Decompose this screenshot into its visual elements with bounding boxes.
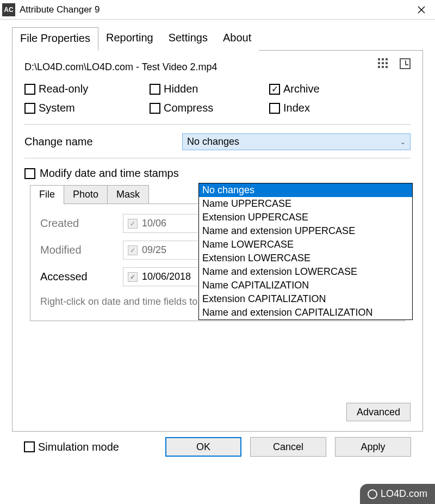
grid-view-icon[interactable]: [378, 58, 390, 70]
checkbox-system[interactable]: System: [24, 102, 139, 114]
change-name-option[interactable]: No changes: [199, 183, 412, 197]
label-simulation-mode: Simulation mode: [38, 441, 119, 453]
check-icon: [150, 84, 160, 95]
subtab-file[interactable]: File: [30, 185, 64, 204]
change-name-option[interactable]: Name and extension LOWERCASE: [199, 265, 412, 279]
label-created: Created: [40, 217, 116, 230]
divider: [24, 158, 411, 158]
close-button[interactable]: [408, 0, 435, 20]
apply-button[interactable]: Apply: [335, 437, 411, 457]
change-name-option[interactable]: Name UPPERCASE: [199, 197, 412, 211]
check-icon: ✓: [128, 272, 138, 282]
check-icon: ✓: [128, 219, 138, 229]
subtab-photo[interactable]: Photo: [64, 185, 108, 204]
watermark: LO4D.com: [360, 484, 435, 504]
divider: [24, 124, 411, 125]
checkbox-compress[interactable]: Compress: [150, 102, 258, 114]
label-index: Index: [283, 102, 310, 114]
label-accessed: Accessed: [40, 271, 116, 283]
checkbox-modify-stamps[interactable]: [24, 168, 35, 179]
accessed-date-value: 10/06/2018: [142, 271, 191, 282]
tab-settings[interactable]: Settings: [161, 27, 215, 51]
tab-reporting[interactable]: Reporting: [98, 27, 161, 51]
file-path: D:\LO4D.com\LO4D.com - Test Video 2.mp4: [24, 62, 411, 73]
app-icon: AC: [2, 3, 15, 16]
advanced-button[interactable]: Advanced: [346, 403, 411, 421]
checkbox-hidden[interactable]: Hidden: [150, 83, 258, 95]
label-archive: Archive: [283, 83, 320, 95]
main-tabs: File Properties Reporting Settings About: [12, 27, 423, 51]
change-name-option[interactable]: Name and extension CAPITALIZATION: [199, 306, 412, 319]
change-name-option[interactable]: Name LOWERCASE: [199, 238, 412, 251]
globe-icon: [368, 489, 377, 499]
change-name-option[interactable]: Extension LOWERCASE: [199, 251, 412, 265]
cancel-button[interactable]: Cancel: [250, 437, 326, 457]
created-date-value: 10/06: [142, 218, 166, 229]
checkbox-index[interactable]: Index: [269, 102, 367, 114]
tab-file-properties[interactable]: File Properties: [12, 27, 98, 51]
modified-date-value: 09/25: [142, 244, 166, 256]
checkbox-read-only[interactable]: Read-only: [24, 83, 139, 95]
change-name-option[interactable]: Extension UPPERCASE: [199, 211, 412, 224]
check-icon: [24, 103, 35, 114]
label-modified: Modified: [40, 244, 116, 256]
change-name-label: Change name: [24, 136, 177, 148]
subtab-mask[interactable]: Mask: [107, 185, 149, 204]
label-system: System: [39, 102, 75, 114]
change-name-option[interactable]: Extension CAPITALIZATION: [199, 292, 412, 306]
clock-icon[interactable]: [400, 58, 411, 69]
titlebar: AC Attribute Changer 9: [0, 0, 435, 20]
change-name-combo[interactable]: No changes ⌄: [182, 133, 411, 150]
change-name-dropdown[interactable]: No changesName UPPERCASEExtension UPPERC…: [198, 183, 413, 320]
window-title: Attribute Changer 9: [20, 4, 100, 15]
ok-button[interactable]: OK: [165, 437, 241, 457]
change-name-option[interactable]: Name CAPITALIZATION: [199, 279, 412, 292]
change-name-option[interactable]: Name and extension UPPERCASE: [199, 224, 412, 238]
chevron-down-icon: ⌄: [400, 138, 406, 146]
watermark-text: LO4D.com: [381, 488, 427, 500]
checkbox-simulation-mode[interactable]: Simulation mode: [24, 441, 119, 453]
label-hidden: Hidden: [164, 83, 198, 95]
label-read-only: Read-only: [39, 83, 88, 95]
label-modify-stamps: Modify date and time stamps: [40, 167, 179, 180]
label-compress: Compress: [164, 102, 213, 114]
tab-about[interactable]: About: [215, 27, 259, 51]
check-icon: [269, 84, 280, 95]
close-icon: [418, 6, 425, 14]
check-icon: ✓: [128, 245, 138, 255]
checkbox-archive[interactable]: Archive: [269, 83, 367, 95]
check-icon: [269, 103, 280, 114]
check-icon: [24, 84, 35, 95]
check-icon: [24, 441, 35, 452]
check-icon: [150, 103, 160, 114]
change-name-value: No changes: [187, 136, 239, 147]
